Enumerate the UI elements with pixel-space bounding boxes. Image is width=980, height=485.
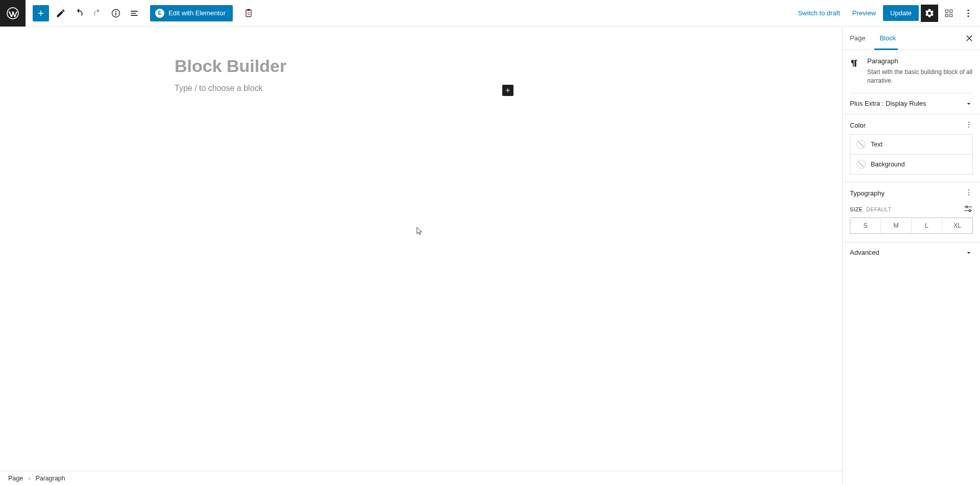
custom-size-button[interactable] [964,205,973,213]
svg-rect-8 [945,10,948,12]
panel-typography-header: Typography [843,182,980,202]
pencil-icon [56,8,66,18]
tab-page[interactable]: Page [843,27,872,50]
typography-more-button[interactable] [965,188,973,198]
svg-point-19 [968,192,969,193]
edit-with-elementor-label: Edit with Elementor [168,9,226,17]
swatch-none-icon [856,140,866,149]
svg-point-16 [968,124,969,125]
add-block-button[interactable] [33,5,49,21]
svg-rect-10 [945,14,948,16]
update-button[interactable]: Update [883,5,919,21]
svg-rect-4 [246,10,251,16]
more-vertical-icon [963,8,973,18]
size-label: SIZE [850,206,863,212]
editor-canvas[interactable]: Block Builder Type / to choose a block [0,27,868,471]
plugin-icon [944,8,954,18]
mouse-cursor-icon [416,227,423,236]
plugin-panel-button[interactable] [940,5,958,22]
sidebar-tabs: Page Block [843,27,980,50]
block-name: Paragraph [867,57,973,65]
panel-display-rules[interactable]: Plus Extra : Display Rules [843,93,980,114]
info-icon [111,8,121,18]
svg-rect-2 [115,12,116,15]
edit-mode-button[interactable] [52,5,69,22]
more-vertical-icon [965,188,973,197]
list-view-icon [129,8,139,18]
breadcrumb-current[interactable]: Paragraph [35,475,65,482]
panel-color-label: Color [850,122,866,129]
elementor-icon: E [155,9,164,18]
settings-toggle-button[interactable] [921,5,938,22]
chevron-right-icon: › [28,475,30,482]
svg-rect-6 [248,12,250,13]
redo-icon [92,8,103,18]
svg-point-21 [966,206,968,208]
inline-add-block-button[interactable] [502,85,513,96]
edit-with-elementor-button[interactable]: E Edit with Elementor [150,5,233,21]
color-background-label: Background [871,161,905,168]
svg-point-14 [968,15,969,17]
color-text-button[interactable]: Text [850,134,973,155]
plus-icon [504,87,511,94]
svg-point-12 [968,9,969,11]
svg-rect-9 [950,10,952,12]
size-default-label: DEFAULT [866,206,891,212]
block-placeholder[interactable]: Type / to choose a block [175,84,263,93]
wp-logo[interactable] [0,0,26,27]
plus-icon [36,9,45,18]
preview-button[interactable]: Preview [847,5,881,21]
breadcrumb-root[interactable]: Page [8,475,23,482]
svg-rect-5 [248,9,250,10]
switch-to-draft-button[interactable]: Switch to draft [793,5,845,21]
wordpress-icon [7,7,19,19]
svg-point-17 [968,126,969,127]
undo-button[interactable] [70,5,88,22]
svg-point-20 [968,194,969,195]
paste-button[interactable] [240,5,257,22]
paragraph-icon [850,57,861,86]
block-description-panel: Paragraph Start with the basic building … [843,50,980,93]
page-title[interactable]: Block Builder [175,56,286,76]
close-sidebar-button[interactable] [961,30,978,47]
chevron-down-icon [965,249,973,257]
redo-button[interactable] [89,5,106,22]
panel-typography-label: Typography [850,189,885,197]
undo-icon [74,8,84,18]
block-description: Start with the basic building block of a… [867,68,973,86]
panel-color-header: Color [843,114,980,134]
more-options-button[interactable] [960,5,977,22]
settings-sidebar: Page Block Paragraph Start with the basi… [842,27,980,485]
clipboard-icon [243,8,254,19]
tab-block[interactable]: Block [872,27,903,50]
more-vertical-icon [965,120,973,129]
toolbar-left-group: E Edit with Elementor [26,5,257,22]
color-more-button[interactable] [965,120,973,130]
gear-icon [924,8,935,18]
size-option-xl[interactable]: XL [942,218,972,233]
sliders-icon [964,205,973,212]
font-size-options: S M L XL [850,217,973,234]
breadcrumb: Page › Paragraph [0,471,842,485]
typography-controls: SIZE DEFAULT S M L XL [843,202,980,243]
color-background-button[interactable]: Background [850,155,973,175]
panel-advanced-label: Advanced [850,249,879,256]
panel-advanced[interactable]: Advanced [843,243,980,263]
color-options: Text Background [843,134,980,182]
svg-point-18 [968,189,969,190]
swatch-none-icon [856,160,866,169]
size-option-s[interactable]: S [850,218,881,233]
list-view-button[interactable] [126,5,143,22]
svg-point-13 [968,12,969,14]
size-option-l[interactable]: L [912,218,942,233]
svg-point-15 [968,122,969,123]
toolbar-right-group: Switch to draft Preview Update [793,5,980,22]
size-option-m[interactable]: M [881,218,912,233]
color-text-label: Text [871,141,883,148]
close-icon [965,34,974,43]
editor-toolbar: E Edit with Elementor Switch to draft Pr… [0,0,980,27]
info-button[interactable] [107,5,125,22]
panel-display-rules-label: Plus Extra : Display Rules [850,100,926,107]
svg-rect-7 [248,14,250,15]
svg-rect-3 [115,11,116,12]
